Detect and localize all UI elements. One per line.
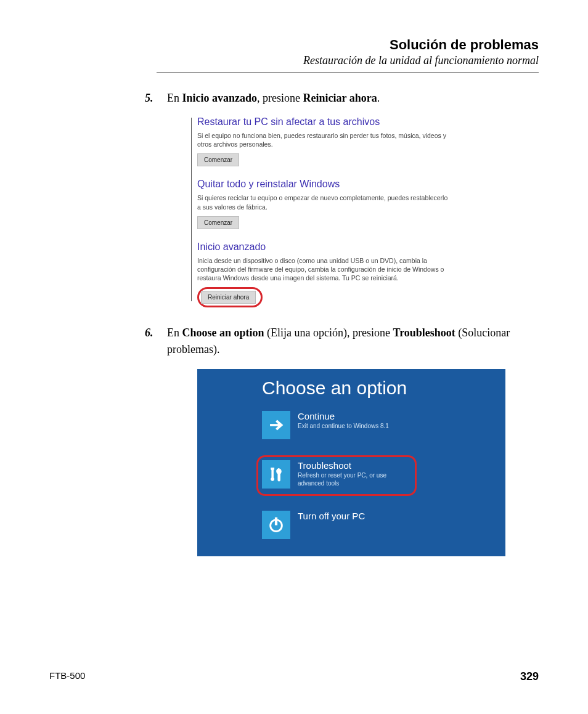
section-desc: Inicia desde un dispositivo o disco (com…: [197, 256, 450, 283]
option-troubleshoot[interactable]: Troubleshoot Refresh or reset your PC, o…: [262, 460, 402, 489]
option-label: Turn off your PC: [298, 511, 365, 521]
text-bold: Inicio avanzado: [182, 92, 258, 104]
screen-title: Choose an option: [262, 378, 407, 399]
option-continue[interactable]: Continue Exit and continue to Windows 8.…: [262, 411, 389, 439]
page-section-title: Solución de problemas: [49, 37, 539, 53]
step-6-text: En Choose an option (Elija una opción), …: [167, 325, 539, 358]
settings-screenshot: Restaurar tu PC sin afectar a tus archiv…: [197, 116, 450, 307]
option-turn-off[interactable]: Turn off your PC: [262, 511, 365, 539]
page-section-subtitle: Restauración de la unidad al funcionamie…: [49, 54, 539, 67]
highlight-ring: Reiniciar ahora: [197, 287, 263, 307]
option-label: Troubleshoot: [298, 460, 402, 471]
page-number: 329: [520, 670, 539, 683]
text-fragment: .: [377, 92, 380, 104]
option-sub: Refresh or reset your PC, or use advance…: [298, 472, 402, 487]
section-desc: Si el equipo no funciona bien, puedes re…: [197, 131, 450, 148]
step-5-text: En Inicio avanzado, presione Reiniciar a…: [167, 90, 539, 107]
footer-model: FTB-500: [49, 670, 85, 683]
section-title: Quitar todo y reinstalar Windows: [197, 179, 450, 190]
option-sub: Exit and continue to Windows 8.1: [298, 423, 389, 431]
arrow-right-icon: [262, 411, 290, 439]
text-fragment: (Elija una opción), presione: [264, 327, 393, 339]
power-icon: [262, 511, 290, 539]
step-number-5: 5.: [145, 90, 167, 107]
text-bold: Reiniciar ahora: [303, 92, 377, 104]
step-number-6: 6.: [145, 325, 167, 341]
begin-button[interactable]: Comenzar: [197, 216, 239, 229]
text-fragment: En: [167, 327, 182, 339]
svg-rect-1: [275, 518, 277, 525]
text-bold: Choose an option: [182, 327, 264, 339]
section-desc: Si quieres reciclar tu equipo o empezar …: [197, 193, 450, 211]
tools-icon: [262, 460, 290, 489]
section-remove-reinstall: Quitar todo y reinstalar Windows Si quie…: [197, 179, 450, 229]
text-fragment: , presione: [257, 92, 303, 104]
begin-button[interactable]: Comenzar: [197, 153, 239, 166]
text-bold: Troubleshoot: [393, 327, 455, 339]
text-fragment: En: [167, 92, 182, 104]
section-title: Restaurar tu PC sin afectar a tus archiv…: [197, 116, 450, 128]
section-advanced-startup: Inicio avanzado Inicia desde un disposit…: [197, 241, 450, 308]
restart-now-button[interactable]: Reiniciar ahora: [201, 291, 256, 304]
choose-option-screenshot: Choose an option Continue Exit and conti…: [197, 369, 505, 556]
vertical-rule: [191, 118, 192, 301]
header-rule: [157, 72, 539, 73]
section-title: Inicio avanzado: [197, 241, 450, 253]
section-refresh-pc: Restaurar tu PC sin afectar a tus archiv…: [197, 116, 450, 166]
option-label: Continue: [298, 411, 389, 421]
